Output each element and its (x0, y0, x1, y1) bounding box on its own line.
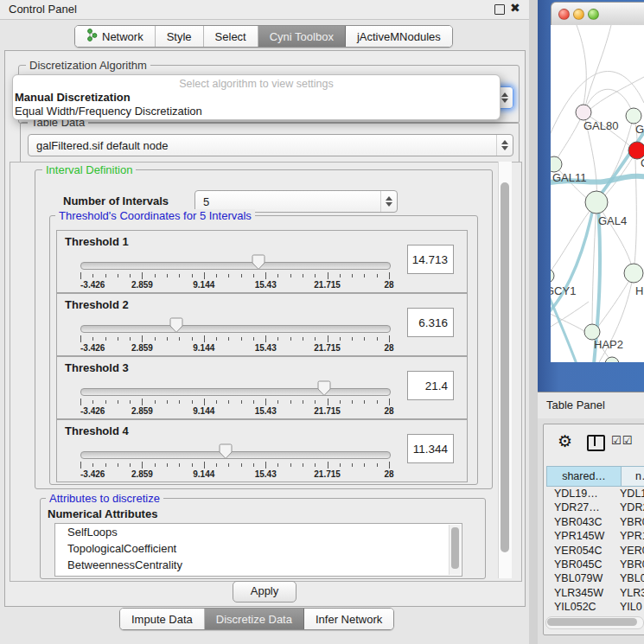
table-row[interactable]: YBR043CYBR0 (546, 515, 644, 529)
network-window-titlebar (551, 2, 644, 27)
tab-infer-network[interactable]: Infer Network (304, 609, 393, 629)
dropdown-option-manual[interactable]: Manual Discretization (13, 91, 500, 105)
column-header-name[interactable]: n… (622, 466, 644, 487)
threshold-value-field[interactable]: 11.344 (407, 434, 454, 463)
slider-thumb[interactable] (219, 443, 233, 460)
table-cell[interactable]: YIL0 (620, 600, 644, 614)
close-icon[interactable]: ✖ (510, 1, 520, 15)
tab-discretize-data[interactable]: Discretize Data (205, 609, 304, 629)
table-cell[interactable]: YBR045C (546, 558, 620, 571)
table-cell[interactable]: YDL1 (620, 487, 644, 501)
threshold-slider[interactable]: -3.4262.8599.14415.4321.71528 (57, 357, 467, 418)
settings-scroll-area: Interval Definition Number of Intervals … (10, 162, 522, 582)
threshold-slider[interactable]: -3.4262.8599.14415.4321.71528 (57, 420, 467, 481)
slider-track[interactable] (80, 262, 391, 270)
threshold-slider[interactable]: -3.4262.8599.14415.4321.71528 (57, 294, 467, 355)
table-row[interactable]: YDR27…YDR2 (546, 501, 644, 514)
table-cell[interactable]: YLR3 (620, 586, 644, 600)
table-row[interactable]: YDL19…YDL1 (546, 487, 644, 501)
settings-scrollbar[interactable] (498, 162, 512, 578)
table-cell[interactable]: YBL079W (546, 571, 620, 585)
tab-select[interactable]: Select (204, 26, 258, 47)
table-cell[interactable]: YER054C (546, 544, 620, 558)
table-cell[interactable]: YDL19… (546, 487, 620, 501)
table-cell[interactable]: YBR0 (620, 515, 644, 529)
network-node-label: GAL11 (552, 171, 587, 184)
threshold-value-field[interactable]: 21.4 (407, 371, 454, 400)
table-cell[interactable]: YLR345W (546, 586, 620, 600)
network-node-label: GA (635, 123, 644, 136)
table-cell[interactable]: YPR145W (546, 529, 620, 543)
tab-style[interactable]: Style (156, 26, 204, 47)
interval-definition-label: Interval Definition (42, 163, 136, 176)
interval-definition-group: Interval Definition Number of Intervals … (35, 169, 493, 489)
list-item[interactable]: SelfLoops (55, 524, 462, 540)
network-node[interactable] (551, 269, 554, 283)
table-cell[interactable]: YER0 (620, 544, 644, 558)
network-edge (577, 25, 586, 105)
combobox-stepper-icon (380, 191, 397, 212)
apply-button[interactable]: Apply (233, 581, 296, 603)
slider-track[interactable] (80, 388, 391, 396)
network-node[interactable] (585, 191, 608, 214)
list-item[interactable]: TopologicalCoefficient (55, 540, 462, 557)
select-columns-icon[interactable]: ☑☑ (611, 434, 633, 447)
table-cell[interactable]: YBR0 (620, 558, 644, 571)
table-horizontal-scrollbar[interactable] (545, 616, 644, 629)
table-data-combobox[interactable]: galFiltered.sif default node (28, 134, 513, 156)
network-node[interactable] (605, 357, 619, 362)
slider-ticks (80, 335, 389, 343)
dropdown-option-equal-width[interactable]: Equal Width/Frequency Discretization (13, 105, 500, 118)
table-cell[interactable]: YIL052C (546, 600, 620, 614)
control-panel-titlebar: Control Panel ✖ (0, 0, 529, 20)
table-cell[interactable]: YBR043C (546, 515, 620, 529)
network-canvas[interactable]: GAL80GAGAL11CGAL4GCY1HHAP2 (551, 25, 644, 362)
threshold-panel: Threshold 4-3.4262.8599.14415.4321.71528… (56, 419, 468, 482)
panel-divider[interactable] (529, 0, 538, 644)
float-window-icon[interactable] (494, 4, 505, 15)
close-traffic-icon[interactable] (558, 9, 570, 20)
table-row[interactable]: YER054CYER0 (546, 544, 644, 558)
slider-thumb[interactable] (317, 380, 331, 397)
slider-ticks (80, 462, 389, 469)
table-row[interactable]: YLR345WYLR3 (546, 586, 644, 600)
slider-track[interactable] (80, 451, 391, 459)
table-row[interactable]: YBL079WYBL0 (546, 571, 644, 585)
tab-impute-data[interactable]: Impute Data (120, 609, 205, 629)
tab-label: jActiveMNodules (357, 30, 441, 43)
number-of-intervals-label: Number of Intervals (63, 194, 169, 207)
minimize-traffic-icon[interactable] (573, 9, 584, 20)
column-header-shared-name[interactable]: shared… (546, 466, 622, 487)
slider-track[interactable] (80, 325, 391, 333)
list-scrollbar[interactable] (449, 525, 461, 575)
network-node[interactable] (551, 156, 562, 172)
panel-title: Control Panel (9, 3, 77, 16)
threshold-value-field[interactable]: 6.316 (407, 308, 454, 337)
table-row[interactable]: YBR045CYBR0 (546, 558, 644, 571)
numerical-attributes-list[interactable]: SelfLoopsTopologicalCoefficientBetweenne… (54, 523, 462, 577)
list-item[interactable]: BetweennessCentrality (55, 557, 462, 573)
slider-ticks (80, 399, 389, 406)
slider-thumb[interactable] (169, 317, 183, 334)
app-root: Control Panel ✖ Network Style Select Cyn… (0, 0, 644, 644)
table-cell[interactable]: YDR27… (546, 501, 620, 514)
threshold-value-field[interactable]: 14.713 (407, 245, 454, 274)
table-cell[interactable]: YBL0 (620, 571, 644, 585)
tab-network[interactable]: Network (75, 26, 156, 47)
apply-button-label: Apply (251, 584, 279, 597)
table-row[interactable]: YPR145WYPR1 (546, 529, 644, 543)
table-cell[interactable]: YPR1 (620, 529, 644, 543)
slider-scale: -3.4262.8599.14415.4321.71528 (80, 280, 389, 290)
tab-cyni-toolbox[interactable]: Cyni Toolbox (258, 26, 346, 47)
columns-icon[interactable] (587, 435, 605, 451)
zoom-traffic-icon[interactable] (588, 9, 599, 20)
network-node[interactable] (576, 105, 591, 120)
tab-jactivemnodules[interactable]: jActiveMNodules (346, 26, 452, 47)
gear-icon[interactable]: ⚙ (558, 431, 572, 451)
table-cell[interactable]: YDR2 (620, 501, 644, 514)
network-node[interactable] (624, 264, 643, 283)
threshold-slider[interactable]: -3.4262.8599.14415.4321.71528 (57, 231, 467, 292)
slider-thumb[interactable] (252, 254, 265, 271)
table-row[interactable]: YIL052CYIL0 (546, 600, 644, 614)
network-node[interactable] (626, 108, 641, 124)
